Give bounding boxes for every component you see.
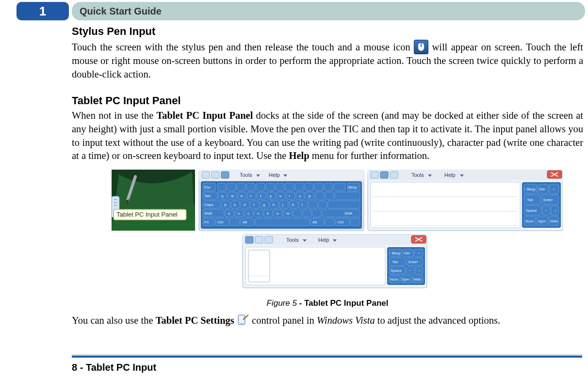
svg-rect-44 <box>315 192 324 200</box>
svg-rect-159 <box>255 236 263 243</box>
page-footer: 8 - Tablet PC Input <box>72 362 156 373</box>
footer-rule <box>72 356 582 358</box>
svg-rect-54 <box>279 201 288 208</box>
svg-rect-25 <box>266 183 275 191</box>
svg-rect-31 <box>324 183 333 191</box>
svg-text:c: c <box>247 211 249 216</box>
svg-rect-32 <box>334 183 345 191</box>
svg-text:Space: Space <box>526 208 537 213</box>
svg-text:Enter: Enter <box>543 198 553 202</box>
svg-rect-22 <box>237 183 245 191</box>
svg-rect-23 <box>246 183 255 191</box>
svg-text:Shift: Shift <box>344 211 353 216</box>
svg-rect-41 <box>286 192 295 200</box>
svg-rect-57 <box>309 201 317 208</box>
figure-label: Figure 5 <box>267 298 297 308</box>
svg-text:←: ← <box>408 268 412 273</box>
svg-rect-58 <box>318 201 327 208</box>
svg-text:Help: Help <box>318 237 329 243</box>
svg-text:Help: Help <box>269 172 280 178</box>
svg-rect-76 <box>255 218 310 226</box>
svg-rect-59 <box>328 201 360 208</box>
svg-rect-37 <box>247 192 256 200</box>
text-run: menu for further information. <box>310 150 430 161</box>
svg-text:l: l <box>302 203 303 207</box>
section-2-paragraph: When not in use the Tablet PC Input Pane… <box>72 109 583 163</box>
svg-rect-12 <box>221 172 229 178</box>
paragraph-3: You can also use the Tablet PC Settings … <box>72 314 583 328</box>
svg-point-196 <box>241 323 242 324</box>
svg-rect-78 <box>325 218 335 226</box>
mouse-icon <box>414 40 428 54</box>
svg-rect-24 <box>256 183 265 191</box>
svg-text:i: i <box>289 194 290 198</box>
section-1-title: Stylus Pen Input <box>72 25 583 38</box>
svg-rect-158 <box>245 236 253 243</box>
svg-text:m: m <box>286 211 290 216</box>
svg-text:←: ← <box>523 187 527 191</box>
svg-text:d: d <box>244 203 245 207</box>
bold-text: Tablet PC Input Panel <box>156 110 253 121</box>
svg-text:Sym: Sym <box>402 277 409 282</box>
svg-rect-122 <box>390 172 398 178</box>
svg-text:Bksp: Bksp <box>392 251 401 255</box>
svg-text:→: → <box>416 251 420 255</box>
svg-rect-46 <box>335 192 360 200</box>
svg-text:x: x <box>238 211 240 216</box>
svg-text:Fn: Fn <box>204 220 209 224</box>
italic-text: Windows Vista <box>317 315 375 326</box>
svg-text:Web: Web <box>550 219 558 223</box>
svg-text:Tools: Tools <box>286 237 299 243</box>
tablet-settings-icon <box>237 314 249 327</box>
caption-separator: - <box>297 298 304 308</box>
svg-text:Web: Web <box>413 277 422 282</box>
svg-text:Sym: Sym <box>538 219 546 223</box>
text-run: control panel in <box>249 315 317 326</box>
svg-text:g: g <box>263 203 265 207</box>
svg-text:Esc: Esc <box>204 185 211 189</box>
chapter-number-tab: 1 <box>16 2 69 20</box>
figure-image: Tablet PC Input Panel Tools Help <box>92 170 563 296</box>
svg-text:e: e <box>241 194 243 198</box>
svg-text:b: b <box>267 211 269 216</box>
svg-text:Ctrl: Ctrl <box>338 220 344 224</box>
bold-text: Help <box>289 150 309 161</box>
svg-text:Tab: Tab <box>392 260 398 264</box>
svg-rect-30 <box>314 183 323 191</box>
figure-caption: Figure 5 - Tablet PC Input Panel <box>72 298 583 308</box>
bold-text: Tablet PC Settings <box>156 315 234 326</box>
svg-text:Alt: Alt <box>243 220 247 224</box>
svg-text:Tools: Tools <box>240 172 252 178</box>
svg-text:Help: Help <box>444 172 456 178</box>
svg-text:y: y <box>270 194 272 198</box>
svg-text:→: → <box>552 187 555 191</box>
svg-rect-51 <box>250 201 259 208</box>
svg-rect-128 <box>371 182 520 228</box>
section-1-paragraph: Touch the screen with the stylus pen and… <box>72 40 583 81</box>
svg-text:Num: Num <box>525 219 534 223</box>
svg-text:Caps: Caps <box>204 203 213 207</box>
svg-rect-11 <box>212 172 219 178</box>
svg-text:Enter: Enter <box>408 260 418 264</box>
svg-rect-29 <box>305 183 313 191</box>
svg-rect-26 <box>276 183 284 191</box>
svg-text:Space: Space <box>391 268 402 273</box>
svg-text:Alt: Alt <box>312 220 317 224</box>
svg-text:←: ← <box>388 251 392 255</box>
svg-rect-27 <box>285 183 294 191</box>
text-run: When not in use the <box>72 110 156 121</box>
svg-text:z: z <box>228 211 230 216</box>
svg-rect-38 <box>257 192 266 200</box>
text-run: You can also use the <box>72 315 156 326</box>
svg-rect-10 <box>202 172 210 178</box>
svg-rect-74 <box>230 218 240 226</box>
svg-rect-45 <box>325 192 334 200</box>
svg-text:a: a <box>224 203 227 207</box>
text-run: to adjust the advanced options. <box>375 315 500 326</box>
svg-rect-56 <box>299 201 308 208</box>
svg-text:Bksp: Bksp <box>348 185 357 189</box>
figure-5: Tablet PC Input Panel Tools Help <box>72 170 583 308</box>
svg-text:Num: Num <box>390 277 398 282</box>
svg-text:Ctrl: Ctrl <box>217 220 224 224</box>
svg-text:v: v <box>257 211 259 216</box>
